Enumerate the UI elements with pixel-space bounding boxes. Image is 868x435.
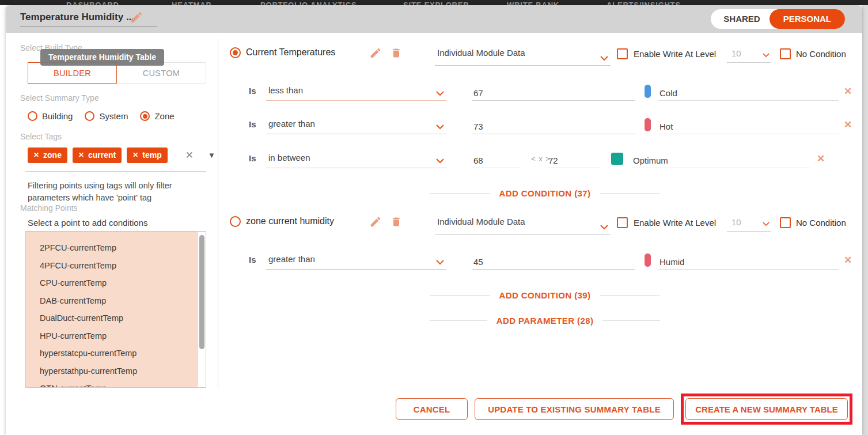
list-item[interactable]: DAB-currentTemp <box>40 292 206 310</box>
add-condition-button[interactable]: ADD CONDITION (37) <box>430 187 660 199</box>
condition-label-input[interactable] <box>658 116 839 134</box>
module-data-value: Individual Module Data <box>437 48 525 58</box>
condition-value-input[interactable] <box>472 83 635 101</box>
parameter-name: Current Temperatures <box>246 47 335 58</box>
personal-tab[interactable]: PERSONAL <box>770 9 845 29</box>
condition-row-hot: Is greater than ✕ <box>6 116 862 134</box>
list-item[interactable]: CPU-currentTemp <box>40 274 206 292</box>
condition-color-swatch[interactable] <box>645 118 651 131</box>
nav-item-alerts-insights[interactable]: ALERTS/INSIGHTS <box>607 1 681 5</box>
nav-item-site-explorer[interactable]: SITE EXPLORER <box>403 1 469 5</box>
add-parameter-button[interactable]: ADD PARAMETER (28) <box>430 315 660 326</box>
is-label: Is <box>249 119 256 129</box>
condition-label-input[interactable] <box>632 150 810 168</box>
condition-label-input[interactable] <box>658 83 839 101</box>
matching-points-label: Matching Points <box>20 203 78 213</box>
operator-select[interactable]: in between <box>266 150 446 168</box>
cancel-button[interactable]: CANCEL <box>396 398 468 420</box>
no-condition-label: No Condition <box>796 218 846 228</box>
parameter-row-zone-current-humidity: zone current humidity Individual Module … <box>6 214 862 234</box>
condition-row-optimum: Is in between < x > ✕ <box>6 150 862 168</box>
modal-header: Temperature Humidity ... SHARED PERSONAL <box>6 5 862 33</box>
title-wrap: Temperature Humidity ... <box>20 12 157 27</box>
operator-select[interactable]: greater than <box>266 252 446 270</box>
title-underline <box>20 26 157 27</box>
delete-condition-icon[interactable]: ✕ <box>844 254 852 266</box>
parameter-radio-icon[interactable] <box>230 47 241 58</box>
shared-personal-toggle: SHARED PERSONAL <box>711 9 845 29</box>
add-condition-button[interactable]: ADD CONDITION (39) <box>430 289 660 301</box>
operator-value: greater than <box>268 254 315 264</box>
condition-value-input[interactable] <box>472 252 635 270</box>
divider-line <box>602 320 660 321</box>
no-condition-checkbox[interactable] <box>780 48 791 59</box>
condition-value-input[interactable] <box>472 116 635 134</box>
delete-parameter-icon[interactable] <box>391 215 402 228</box>
module-data-select[interactable]: Individual Module Data <box>435 46 611 66</box>
is-label: Is <box>249 86 256 96</box>
page-background-edge <box>862 5 868 435</box>
summary-table-builder-modal: Temperature Humidity ... SHARED PERSONAL… <box>6 5 862 435</box>
operator-value: in between <box>268 153 310 162</box>
operator-select[interactable]: less than <box>266 83 446 101</box>
create-new-summary-table-button[interactable]: CREATE A NEW SUMMARY TABLE <box>685 398 848 420</box>
condition-color-swatch[interactable] <box>611 153 623 165</box>
chevron-down-icon <box>763 222 770 226</box>
delete-condition-icon[interactable]: ✕ <box>844 119 852 131</box>
write-level-value: 10 <box>731 217 741 227</box>
update-existing-summary-table-button[interactable]: UPDATE TO EXISTING SUMMARY TABLE <box>475 398 674 420</box>
is-label: Is <box>249 153 256 163</box>
add-condition-label: ADD CONDITION (39) <box>499 290 591 300</box>
enable-write-label: Enable Write At Level <box>634 49 716 59</box>
divider-line <box>430 320 487 321</box>
delete-condition-icon[interactable]: ✕ <box>817 153 825 165</box>
parameter-radio-icon[interactable] <box>230 216 241 227</box>
nav-item-write-bank[interactable]: WRITE BANK <box>507 1 559 5</box>
condition-max-input[interactable] <box>547 150 599 168</box>
condition-min-input[interactable] <box>472 150 521 168</box>
nav-item-heatmap[interactable]: HEATMAP <box>172 1 211 5</box>
divider-line <box>600 193 660 194</box>
tooltip: Temperature Humidity Table <box>40 49 164 66</box>
condition-color-swatch[interactable] <box>645 254 651 267</box>
list-item[interactable]: hyperstathpu-currentTemp <box>40 362 206 380</box>
chevron-down-icon <box>436 91 444 96</box>
delete-parameter-icon[interactable] <box>391 47 402 59</box>
edit-title-icon[interactable] <box>130 10 143 24</box>
edit-parameter-icon[interactable] <box>369 215 382 228</box>
list-item[interactable]: DualDuct-currentTemp <box>40 309 206 327</box>
nav-item-portfolio-analytics[interactable]: PORTFOLIO ANALYTICS <box>260 1 357 5</box>
parameter-name: zone current humidity <box>246 216 334 226</box>
condition-row-cold: Is less than ✕ <box>6 83 862 101</box>
list-item[interactable]: hyperstatcpu-currentTemp <box>40 345 206 362</box>
enable-write-label: Enable Write At Level <box>634 218 716 228</box>
chevron-down-icon <box>436 260 444 265</box>
divider-line <box>430 193 490 194</box>
enable-write-checkbox[interactable] <box>617 48 628 59</box>
no-condition-checkbox[interactable] <box>780 217 791 228</box>
chevron-down-icon <box>436 124 444 130</box>
enable-write-checkbox[interactable] <box>617 217 628 228</box>
add-condition-label: ADD CONDITION (37) <box>499 188 591 198</box>
list-item[interactable]: OTN-currentTemp <box>40 380 206 388</box>
divider-line <box>600 295 660 296</box>
condition-label-input[interactable] <box>658 252 839 270</box>
shared-tab[interactable]: SHARED <box>711 9 769 29</box>
top-navigation-bar: DASHBOARD HEATMAP PORTFOLIO ANALYTICS SI… <box>0 0 868 5</box>
edit-parameter-icon[interactable] <box>369 47 382 59</box>
operator-value: less than <box>268 85 303 95</box>
chevron-down-icon <box>763 53 770 58</box>
annotation-highlight-box: CREATE A NEW SUMMARY TABLE <box>681 394 852 425</box>
divider-line <box>430 295 490 296</box>
write-level-value: 10 <box>731 48 741 58</box>
operator-value: greater than <box>268 119 315 128</box>
module-data-select[interactable]: Individual Module Data <box>435 214 611 234</box>
write-level-select[interactable]: 10 <box>727 214 771 232</box>
operator-select[interactable]: greater than <box>266 116 446 134</box>
chevron-down-icon <box>600 56 608 61</box>
list-item[interactable]: HPU-currentTemp <box>40 327 206 345</box>
write-level-select[interactable]: 10 <box>727 46 771 63</box>
nav-item-dashboard[interactable]: DASHBOARD <box>66 1 119 5</box>
condition-color-swatch[interactable] <box>645 85 651 98</box>
delete-condition-icon[interactable]: ✕ <box>844 85 852 97</box>
